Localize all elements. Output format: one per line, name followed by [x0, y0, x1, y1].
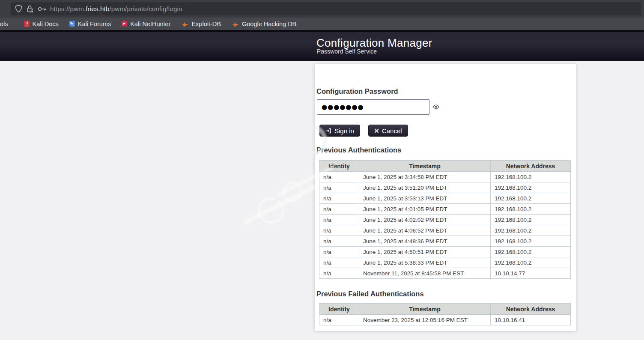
table-row: n/aJune 1, 2025 at 3:51:20 PM EDT192.168… — [319, 182, 571, 193]
bookmark-exploit-db[interactable]: Exploit-DB — [182, 21, 221, 27]
failed-auth-heading: Previous Failed Authentications — [316, 290, 424, 298]
google-hacking-db-icon — [232, 21, 239, 27]
table-row: n/aJune 1, 2025 at 5:38:33 PM EDT192.168… — [319, 257, 571, 268]
table-cell: June 1, 2025 at 4:01:05 PM EDT — [359, 204, 491, 215]
sign-in-button[interactable]: Sign in — [319, 125, 360, 137]
page-body: Configuration Password ●●●●●●● Sign in — [0, 61, 644, 340]
table-cell: n/a — [319, 215, 359, 225]
bookmark-label: Kali NetHunter — [130, 21, 170, 27]
key-icon[interactable] — [38, 6, 46, 12]
table-cell: June 1, 2025 at 4:06:52 PM EDT — [359, 225, 491, 236]
page-subtitle: Password Self Service — [317, 48, 377, 55]
table-row: n/aJune 1, 2025 at 3:53:13 PM EDT192.168… — [319, 193, 571, 204]
table-cell: n/a — [319, 193, 359, 204]
table-cell: 192.168.100.2 — [491, 257, 571, 268]
config-password-heading: Configuration Password — [316, 87, 398, 95]
url-bar[interactable]: https://pwm.fries.htb/pwm/private/config… — [11, 2, 641, 15]
show-password-eye-icon[interactable] — [433, 104, 439, 109]
bookmark-kali-nethunter[interactable]: Kali NetHunter — [121, 21, 170, 27]
bookmark-label: ols — [0, 21, 8, 27]
table-cell: 192.168.100.2 — [491, 215, 571, 225]
previous-auth-heading: Previous Authentications — [316, 146, 401, 154]
bookmark-label: Kali Forums — [78, 21, 111, 27]
url-text[interactable]: https://pwm.fries.htb/pwm/private/config… — [50, 5, 182, 12]
failed-auth-table: Identity Timestamp Network Address n/aNo… — [319, 303, 571, 325]
kali-forums-icon — [69, 21, 75, 27]
table-cell: 192.168.100.2 — [491, 193, 571, 204]
table-cell: 192.168.100.2 — [491, 247, 571, 257]
table-cell: 192.168.100.2 — [491, 225, 571, 236]
table-cell: June 1, 2025 at 4:50:51 PM EDT — [359, 247, 491, 257]
table-cell: 192.168.100.2 — [491, 182, 571, 193]
watermark — [279, 179, 306, 206]
kali-nethunter-icon — [121, 21, 128, 27]
cancel-button[interactable]: Cancel — [368, 125, 408, 137]
table-cell: n/a — [319, 172, 359, 182]
table-row: n/aJune 1, 2025 at 4:48:36 PM EDT192.168… — [319, 236, 571, 247]
col-identity: Identity — [319, 304, 359, 315]
kali-docs-icon — [24, 21, 30, 27]
table-cell: n/a — [319, 225, 359, 236]
exploit-db-icon — [182, 21, 189, 27]
config-password-input[interactable]: ●●●●●●● — [317, 99, 429, 115]
table-header-row: Identity Timestamp Network Address — [319, 161, 571, 172]
table-cell: n/a — [319, 315, 359, 325]
content-card: Configuration Password ●●●●●●● Sign in — [315, 64, 576, 331]
bookmark-label: Google Hacking DB — [242, 21, 296, 27]
sign-in-label: Sign in — [334, 127, 354, 134]
lock-warning-icon[interactable] — [26, 5, 34, 13]
bookmarks-bar: ols Kali Docs Kali Forums Kali NetHunter… — [0, 18, 644, 30]
previous-auth-table: Identity Timestamp Network Address n/aJu… — [319, 160, 571, 279]
table-row: n/aJune 1, 2025 at 4:06:52 PM EDT192.168… — [319, 225, 571, 236]
url-path: /pwm/private/config/login — [109, 5, 182, 12]
bookmark-label: Exploit-DB — [191, 21, 221, 27]
table-cell: 192.168.100.2 — [491, 236, 571, 247]
table-cell: November 23, 2025 at 12:05:16 PM EST — [359, 315, 491, 325]
col-identity: Identity — [319, 161, 359, 172]
bookmark-kali-forums[interactable]: Kali Forums — [69, 21, 111, 27]
table-cell: June 1, 2025 at 4:02:02 PM EDT — [359, 215, 491, 225]
form-buttons: Sign in Cancel — [319, 125, 408, 137]
bookmark-kali-docs[interactable]: Kali Docs — [24, 21, 59, 27]
table-cell: n/a — [319, 247, 359, 257]
table-cell: n/a — [319, 257, 359, 268]
table-cell: 10.10.16.41 — [491, 315, 571, 325]
table-cell: November 11, 2025 at 8:45:58 PM EST — [359, 268, 491, 279]
col-timestamp: Timestamp — [359, 304, 491, 315]
table-cell: n/a — [319, 182, 359, 193]
url-domain: fries.htb — [86, 5, 109, 12]
col-network-address: Network Address — [491, 161, 571, 172]
table-cell: n/a — [319, 204, 359, 215]
table-row: n/aNovember 11, 2025 at 8:45:58 PM EST10… — [319, 268, 571, 279]
table-row: n/aJune 1, 2025 at 4:02:02 PM EDT192.168… — [319, 215, 571, 225]
table-cell: June 1, 2025 at 3:53:13 PM EDT — [359, 193, 491, 204]
table-cell: 10.10.14.77 — [491, 268, 571, 279]
table-row: n/aJune 1, 2025 at 4:01:05 PM EDT192.168… — [319, 204, 571, 215]
bookmark-kali-tools-truncated[interactable]: ols — [0, 21, 8, 27]
bookmark-google-hacking-db[interactable]: Google Hacking DB — [232, 21, 296, 27]
col-network-address: Network Address — [491, 304, 571, 315]
cancel-label: Cancel — [382, 127, 402, 134]
table-row: n/aNovember 23, 2025 at 12:05:16 PM EST1… — [319, 315, 571, 325]
bookmark-label: Kali Docs — [33, 21, 59, 27]
col-timestamp: Timestamp — [359, 161, 491, 172]
sign-in-icon — [325, 128, 331, 134]
table-row: n/aJune 1, 2025 at 3:34:58 PM EDT192.168… — [319, 172, 571, 182]
table-cell: n/a — [319, 236, 359, 247]
table-cell: June 1, 2025 at 4:48:36 PM EDT — [359, 236, 491, 247]
table-cell: n/a — [319, 268, 359, 279]
url-prefix: https://pwm. — [50, 5, 86, 12]
watermark — [243, 184, 317, 224]
table-cell: June 1, 2025 at 3:34:58 PM EDT — [359, 172, 491, 182]
table-cell: 192.168.100.2 — [491, 172, 571, 182]
cancel-x-icon — [374, 128, 379, 133]
watermark — [253, 193, 289, 228]
table-cell: 192.168.100.2 — [491, 204, 571, 215]
table-row: n/aJune 1, 2025 at 4:50:51 PM EDT192.168… — [319, 247, 571, 257]
password-mask: ●●●●●●● — [322, 103, 364, 111]
browser-toolbar: https://pwm.fries.htb/pwm/private/config… — [0, 0, 644, 18]
table-cell: June 1, 2025 at 3:51:20 PM EDT — [359, 182, 491, 193]
shield-icon[interactable] — [15, 5, 22, 13]
page-header: Configuration Manager Password Self Serv… — [0, 32, 644, 61]
table-header-row: Identity Timestamp Network Address — [319, 304, 571, 315]
